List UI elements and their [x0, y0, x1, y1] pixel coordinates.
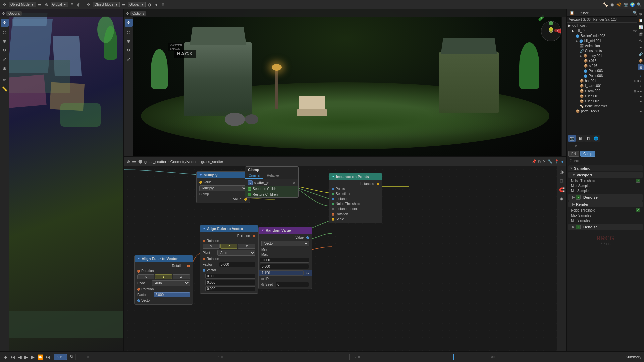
outliner-item-r016[interactable]: 📦 r.016 ↩ — [567, 58, 644, 63]
sidebar-view-icon[interactable]: ◑ — [638, 11, 644, 17]
center-options-button[interactable]: Options — [130, 11, 146, 16]
sidebar-particles-icon[interactable]: ✦ — [638, 44, 644, 50]
align-euler-2-vy-input[interactable] — [205, 280, 255, 285]
instance-collapse-icon[interactable]: ▼ — [332, 175, 335, 178]
sidebar-outliner-icon[interactable]: 📋 — [638, 17, 644, 23]
denoise2-checkbox[interactable]: ✓ — [576, 225, 581, 229]
outliner-item-bonedynamics[interactable]: 🦴 BoneDynamics — [567, 104, 644, 109]
prop-tab-b[interactable]: B — [574, 144, 579, 148]
points-socket-in[interactable] — [332, 188, 334, 190]
multiply-collapse-icon[interactable]: ▼ — [199, 173, 202, 177]
view-layer-icon[interactable]: ◧ — [584, 135, 592, 142]
node-editor-copy-icon[interactable]: ⎘ — [538, 160, 541, 164]
center-cursor-btn[interactable]: ◎ — [125, 28, 133, 36]
align-euler-2-x-btn[interactable]: X — [203, 244, 220, 249]
bone-icon[interactable]: 🦴 — [603, 2, 608, 7]
align-euler-1-factor-input[interactable] — [154, 292, 190, 297]
playback-first-btn[interactable]: ⏮ — [3, 354, 9, 360]
multiply-value-socket-in[interactable] — [199, 181, 202, 184]
outliner-item-rarm002[interactable]: 📦 r_arm.002 ⊞ ■ ↩ — [567, 88, 644, 94]
random-value-type-select[interactable]: Vector — [261, 241, 309, 246]
render-properties-icon[interactable]: ◉ — [609, 2, 615, 7]
outliner-item-s046[interactable]: 📦 s.046 ↩ — [567, 63, 644, 68]
frame-input[interactable]: 275 — [54, 354, 67, 360]
random-seed-input[interactable] — [276, 282, 309, 287]
outliner-item-rleg002[interactable]: 📦 r_leg.002 ↩ — [567, 99, 644, 104]
random-x1-input[interactable] — [260, 258, 309, 263]
outliner-item-body001[interactable]: ▶ 📦 body.001 — [567, 53, 644, 58]
sidebar-object-icon[interactable]: 📦 — [638, 58, 644, 64]
random-value-collapse-icon[interactable]: ▼ — [261, 229, 264, 232]
align-euler-2-vx-input[interactable] — [205, 274, 255, 279]
selection-socket-in[interactable] — [332, 193, 334, 195]
outliner-item-hat001[interactable]: 📦 hat.001 ⊞ ■ ↩ — [567, 78, 644, 83]
node-toolbar-filter-btn[interactable]: ⊟ — [558, 177, 566, 185]
center-scale-btn[interactable]: ⤢ — [125, 55, 133, 63]
outliner-item-bill02[interactable]: ▶ bill_02 V25 ■4 — [567, 28, 644, 33]
align-euler-2-rot-socket-in2[interactable] — [203, 258, 205, 260]
left-options-button[interactable]: Options — [6, 11, 22, 16]
shading-properties-icon[interactable]: 🔆 — [616, 2, 622, 7]
align-euler-2-rot-socket-out[interactable] — [253, 235, 255, 237]
popup-item-restore[interactable]: Restore Children — [245, 192, 298, 197]
node-canvas[interactable]: Clamp Original Relative S scatter_gr... … — [124, 166, 566, 351]
scale-socket-in[interactable] — [332, 218, 334, 221]
playback-play-btn[interactable]: ▶ — [24, 354, 29, 360]
node-hamburger-icon[interactable]: ☰ — [132, 159, 136, 164]
node-toolbar-zoomin-btn[interactable]: ⊕ — [558, 195, 566, 203]
node-editor-pin-icon[interactable]: 📌 — [532, 159, 536, 164]
breadcrumb-tree[interactable]: grass_scatter — [201, 160, 223, 164]
render-noise-checkbox[interactable]: ✓ — [636, 208, 640, 212]
playback-next-key-btn[interactable]: ⏩ — [37, 354, 44, 360]
object-mode-dropdown-left[interactable]: Object Mode ▼ — [9, 2, 36, 7]
node-editor-shade-icon[interactable]: ● — [561, 160, 564, 164]
annotate-btn[interactable]: ✏ — [1, 76, 9, 84]
viewport-overlay-icon[interactable]: ⊕ — [160, 2, 166, 7]
center-3d-viewport[interactable]: HACK MASTERSHACK ✛ Options ✛ ◎ ⊕ ↺ ⤢ — [124, 9, 566, 157]
outliner-item-constraints[interactable]: 🔗 Constraints ↩ — [567, 48, 644, 53]
viewport-subsection-header[interactable]: ▼ Viewport — [568, 172, 643, 178]
align-euler-1-pivot-select[interactable]: Auto — [152, 280, 190, 286]
rotation-socket-in[interactable] — [332, 213, 334, 216]
sidebar-data-icon[interactable]: 📊 — [638, 24, 644, 30]
outliner-item-laarm001[interactable]: 📦 l_aarm.001 ↩ — [567, 83, 644, 88]
align-euler-2-rot-socket-in[interactable] — [203, 240, 205, 242]
outliner-item-point003[interactable]: ⬤ Point.003 ↩ — [567, 68, 644, 73]
outliner-item-beziercircle[interactable]: ⬤ BezierCircle.002 ↩ — [567, 33, 644, 38]
popup-item-separate[interactable]: Separate Childr... — [245, 186, 298, 192]
outliner-item-bill-ctrl[interactable]: ▶ ⬤ bill_ctrl.001 — [567, 38, 644, 43]
popup-tab-relative[interactable]: Relative — [263, 173, 282, 179]
center-select-btn[interactable]: ✛ — [125, 19, 133, 27]
left-3d-viewport[interactable]: ✛ Options ✛ ◎ ⊕ ↺ ⤢ ⊞ ✏ 📏 — [0, 9, 123, 351]
sidebar-active-icon[interactable]: ⊞ — [638, 64, 644, 70]
cursor-tool-btn[interactable]: ◎ — [1, 28, 9, 36]
random-id-socket-in[interactable] — [261, 278, 264, 280]
align-euler-2-vec-socket-in[interactable] — [203, 269, 205, 272]
transform-tool-btn[interactable]: ⊞ — [1, 64, 9, 72]
playback-prev-btn[interactable]: ◀ — [17, 354, 22, 360]
align-euler-2-collapse-icon[interactable]: ▼ — [203, 227, 206, 230]
transform-dropdown-left[interactable]: Global ▼ — [51, 2, 68, 7]
random-x3-input[interactable] — [260, 270, 304, 276]
cursor-icon[interactable]: ⊕ — [44, 2, 49, 7]
random-seed-socket-in[interactable] — [261, 283, 264, 286]
viewport-shading-icon[interactable]: ● — [154, 2, 159, 7]
center-rotate-btn[interactable]: ↺ — [125, 46, 133, 54]
align-euler-2-factor-input[interactable] — [219, 262, 255, 267]
align-euler-1-vec-socket-in[interactable] — [137, 299, 140, 302]
playback-next-btn[interactable]: ▶ — [30, 354, 35, 360]
node-editor-options-icon[interactable]: 🔧 — [548, 159, 552, 164]
playback-last-btn[interactable]: ⏭ — [45, 354, 51, 360]
sidebar-render-icon[interactable]: 🎬 — [638, 31, 644, 37]
render-prop-icon[interactable]: 📷 — [568, 135, 576, 142]
multiply-value-socket-out[interactable] — [244, 198, 247, 201]
popup-tab-original[interactable]: Original — [245, 173, 263, 179]
align-euler-2-y-btn[interactable]: Y — [220, 244, 237, 249]
align-euler-1-rot-socket-in2[interactable] — [137, 288, 140, 291]
viewport-noise-checkbox[interactable]: ✓ — [636, 179, 640, 183]
sampling-header[interactable]: ▼ Sampling — [568, 165, 643, 171]
outliner-item-animation[interactable]: 🎬 Animation ↩ — [567, 43, 644, 48]
random-x2-input[interactable] — [260, 264, 309, 269]
instance-index-socket-in[interactable] — [332, 208, 334, 210]
object-mode-dropdown-center[interactable]: Object Mode ▼ — [93, 2, 120, 7]
